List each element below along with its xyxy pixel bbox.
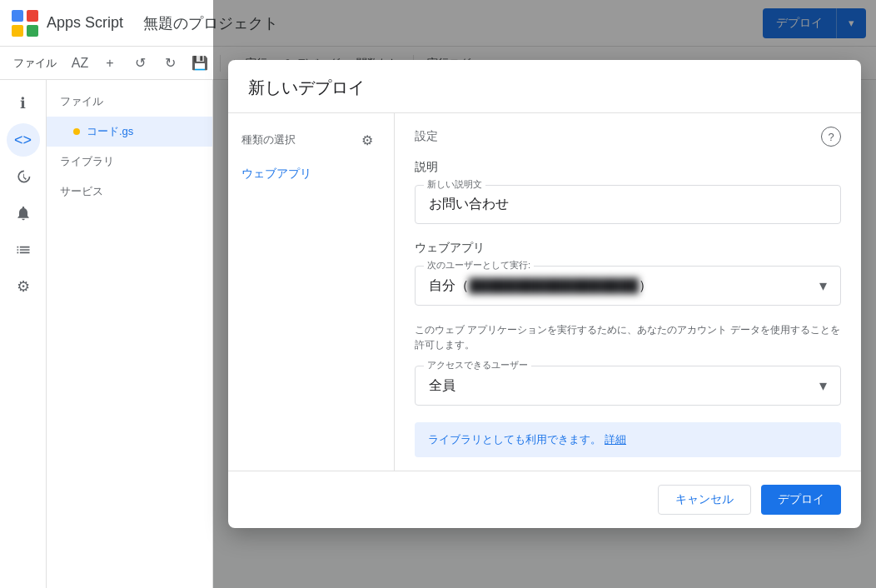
execute-info-text: このウェブ アプリケーションを実行するために、あなたのアカウント データを使用す…	[415, 322, 841, 352]
services-label: サービス	[60, 184, 103, 199]
access-value: 全員	[429, 377, 455, 395]
sidebar-settings-icon[interactable]: ⚙	[7, 270, 40, 303]
help-icon[interactable]: ?	[821, 127, 841, 147]
webapp-section-title: ウェブアプリ	[415, 241, 841, 256]
access-arrow-icon: ▾	[819, 376, 827, 395]
access-label: アクセスできるユーザー	[424, 359, 531, 371]
execute-label: 次のユーザーとして実行:	[424, 259, 534, 272]
banner-link[interactable]: 詳細	[605, 432, 626, 447]
webapp-type-item[interactable]: ウェブアプリ	[241, 163, 381, 185]
sidebar-trigger-icon[interactable]	[7, 197, 40, 230]
library-banner: ライブラリとしても利用できます。 詳細	[415, 422, 841, 457]
description-field: 新しい説明文 お問い合わせ	[415, 185, 841, 224]
svg-rect-2	[12, 25, 23, 37]
file-panel: ファイル コード.gs ライブラリ サービス	[47, 80, 213, 588]
modal-left-panel: 種類の選択 ⚙ ウェブアプリ	[228, 113, 395, 471]
modal-deploy-button[interactable]: デプロイ	[761, 485, 841, 515]
file-menu[interactable]: ファイル	[7, 52, 63, 74]
rename-button[interactable]: AZ	[67, 50, 93, 77]
sidebar-history-icon[interactable]	[7, 160, 40, 193]
library-label: ライブラリ	[60, 154, 114, 169]
add-file-button[interactable]: +	[97, 50, 123, 77]
file-label: ファイル	[13, 56, 57, 71]
modal-header: 新しいデプロイ	[228, 60, 861, 113]
svg-rect-1	[27, 10, 38, 22]
svg-rect-0	[12, 10, 23, 22]
description-input-label: 新しい説明文	[424, 178, 485, 191]
code-filename: コード.gs	[87, 124, 133, 139]
library-section[interactable]: ライブラリ	[47, 147, 212, 177]
execute-as-field: 次のユーザーとして実行: 自分（██████████████████） ▾	[415, 266, 841, 306]
modal-right-panel: 設定 ? 説明 新しい説明文 お問い合わせ	[395, 113, 861, 471]
sidebar-code-icon[interactable]: <>	[7, 123, 40, 157]
save-button[interactable]: 💾	[187, 50, 213, 77]
undo-button[interactable]: ↺	[127, 50, 153, 77]
banner-text: ライブラリとしても利用できます。	[428, 432, 601, 447]
execute-arrow-icon: ▾	[819, 277, 827, 295]
cancel-button[interactable]: キャンセル	[658, 485, 751, 515]
svg-rect-3	[27, 25, 38, 37]
modal-title: 新しいデプロイ	[248, 78, 365, 97]
apps-script-logo	[10, 8, 40, 38]
main-layout: ℹ <> ⚙ ファイル コード.gs ライブラリ サービス	[0, 80, 876, 588]
modal-body: 種類の選択 ⚙ ウェブアプリ 設定 ?	[228, 113, 861, 471]
description-input[interactable]: 新しい説明文 お問い合わせ	[415, 185, 841, 224]
settings-title: 設定	[415, 129, 438, 144]
access-select[interactable]: アクセスできるユーザー 全員 ▾	[415, 366, 841, 406]
files-label: ファイル	[60, 94, 103, 109]
type-select-label: 種類の選択	[241, 132, 296, 147]
execute-as-select[interactable]: 次のユーザーとして実行: 自分（██████████████████） ▾	[415, 266, 841, 306]
modal-right-header: 設定 ?	[415, 127, 841, 147]
redo-button[interactable]: ↻	[157, 50, 183, 77]
app-title: Apps Script	[47, 14, 123, 32]
services-section[interactable]: サービス	[47, 177, 212, 207]
email-blurred: ██████████████████	[469, 278, 639, 293]
modal-overlay: 新しいデプロイ 種類の選択 ⚙ ウェブアプリ	[213, 0, 876, 588]
description-section-title: 説明	[415, 160, 841, 175]
modal-footer: キャンセル デプロイ	[228, 471, 861, 528]
code-file-item[interactable]: コード.gs	[47, 117, 212, 147]
content-area: 新しいデプロイ 種類の選択 ⚙ ウェブアプリ	[213, 80, 876, 588]
file-dot-icon	[73, 128, 80, 135]
sidebar: ℹ <> ⚙	[0, 80, 47, 588]
type-select-header: 種類の選択 ⚙	[241, 127, 381, 153]
description-value: お問い合わせ	[429, 197, 509, 211]
execute-value: 自分（██████████████████）	[429, 277, 652, 295]
access-field: アクセスできるユーザー 全員 ▾	[415, 366, 841, 406]
sidebar-list-icon[interactable]	[7, 233, 40, 267]
sidebar-info-icon[interactable]: ℹ	[7, 87, 40, 120]
files-section[interactable]: ファイル	[47, 87, 212, 117]
deploy-modal: 新しいデプロイ 種類の選択 ⚙ ウェブアプリ	[228, 60, 861, 528]
type-settings-icon[interactable]: ⚙	[354, 127, 381, 153]
